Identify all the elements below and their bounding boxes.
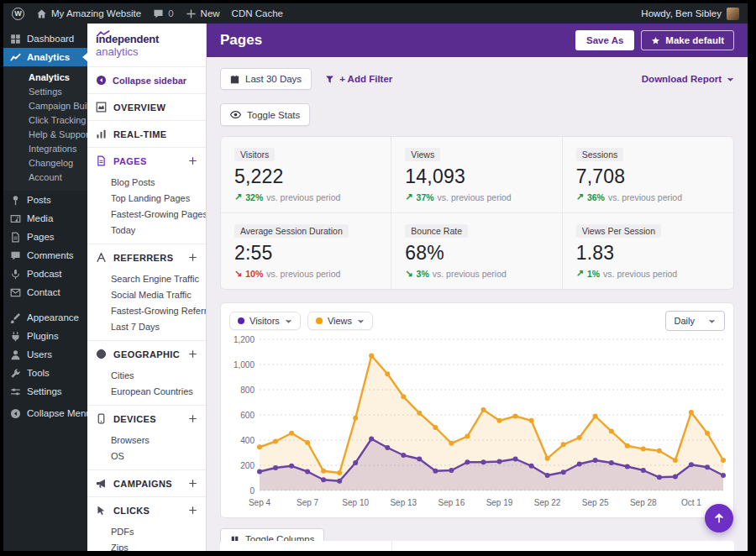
ia-link-top-landing-pages[interactable]: Top Landing Pages [87,190,206,206]
sidebar-item-users[interactable]: Users [3,345,87,364]
svg-text:1,200: 1,200 [234,335,255,344]
analytics-icon [10,52,21,63]
sidebar-item-analytics[interactable]: Analytics [3,48,87,66]
add-pages-icon[interactable] [188,156,197,165]
ia-link-today[interactable]: Today [87,222,206,238]
sidebar-item-media[interactable]: Media [3,209,87,228]
cursor-icon [96,505,107,516]
page-title: Pages [220,32,262,49]
sidebar-item-comments[interactable]: Comments [3,246,87,265]
ia-link-os[interactable]: OS [87,448,206,464]
collapse-circle-icon [96,75,107,86]
svg-text:200: 200 [240,461,255,470]
ia-section-overview[interactable]: OVERVIEW [87,94,206,120]
make-default-button[interactable]: Make default [641,30,734,50]
submenu-item-help-support[interactable]: Help & Support [3,127,87,141]
ia-section-real-time[interactable]: REAL-TIME [87,120,206,147]
ia-section-campaigns[interactable]: CAMPAIGNS [87,469,206,496]
svg-text:Sep 7: Sep 7 [297,498,319,507]
save-as-button[interactable]: Save As [575,30,634,50]
collapse-sidebar-button[interactable]: Collapse sidebar [87,67,206,94]
ia-nav-sections: OVERVIEWREAL-TIMEPAGESBlog PostsTop Land… [87,94,206,551]
site-name-link[interactable]: My Amazing Website [36,8,141,19]
wrench-icon [10,368,21,379]
sidebar-item-pages[interactable]: Pages [3,228,87,246]
ia-section-devices[interactable]: DEVICES [87,405,206,432]
stat-value: 14,093 [405,165,548,188]
stat-card-views-per-session: Views Per Session 1.83 ↗ 1% vs. previous… [563,213,733,289]
scroll-to-top-button[interactable] [705,504,733,532]
ia-sidebar: independent analytics Collapse sidebar O… [87,24,207,551]
sidebar-item-posts[interactable]: Posts [3,191,87,209]
main-content: Pages Save As Make default Last 30 Days … [207,24,748,551]
date-range-button[interactable]: Last 30 Days [220,68,312,90]
new-content-menu[interactable]: New [186,8,220,19]
add-filter-button[interactable]: + Add Filter [325,74,392,84]
add-referrers-icon[interactable] [188,253,197,262]
stat-value: 5,222 [234,165,377,188]
stat-card-sessions: Sessions 7,708 ↗ 36% vs. previous period [563,137,733,213]
add-campaigns-icon[interactable] [188,479,197,488]
svg-text:600: 600 [240,411,255,420]
traffic-line-chart[interactable]: 02004006008001,0001,200Sep 4Sep 7Sep 10S… [229,333,733,511]
ia-link-pdfs[interactable]: PDFs [87,523,206,539]
submenu-item-account[interactable]: Account [3,170,87,184]
toggle-stats-button[interactable]: Toggle Stats [220,103,310,126]
sidebar-item-dashboard[interactable]: Dashboard [3,29,87,48]
sidebar-item-plugins[interactable]: Plugins [3,327,87,345]
wordpress-menu[interactable]: W [12,8,24,20]
page-header: Pages Save As Make default [207,24,748,57]
submenu-item-campaign-builder[interactable]: Campaign Builder [3,98,87,113]
megaphone-icon [96,478,107,489]
submenu-item-analytics[interactable]: Analytics [3,70,87,84]
ia-link-cities[interactable]: Cities [87,367,206,383]
stat-value: 7,708 [576,165,720,188]
ia-link-last-7-days[interactable]: Last 7 Days [87,318,206,334]
ia-section-referrers[interactable]: REFERRERS [87,244,206,270]
wordpress-logo-icon: W [12,8,24,20]
ia-section-pages[interactable]: PAGES [87,147,206,174]
submenu-item-settings[interactable]: Settings [3,84,87,98]
download-report-dropdown[interactable]: Download Report [642,74,734,84]
legend-visitors-dropdown[interactable]: Visitors [229,312,301,330]
submenu-item-changelog[interactable]: Changelog [3,155,87,170]
arrow-up-icon [713,512,725,524]
account-menu[interactable]: Howdy, Ben Sibley [641,8,739,20]
comments-shortcut[interactable]: 0 [153,8,173,19]
legend-views-dropdown[interactable]: Views [307,312,373,330]
ia-link-fastest-growing-referrers[interactable]: Fastest-Growing Referrers [87,302,206,318]
ia-link-social-media-traffic[interactable]: Social Media Traffic [87,286,206,302]
collapse-menu-button[interactable]: Collapse Menu [3,404,87,422]
ia-link-zips[interactable]: Zips [87,539,206,551]
stat-card-visitors: Visitors 5,222 ↗ 32% vs. previous period [221,137,391,213]
stat-card-average-session-duration: Average Session Duration 2:55 ↘ 10% vs. … [221,213,391,289]
sidebar-item-appearance[interactable]: Appearance [3,308,87,327]
sidebar-item-contact[interactable]: Contact [3,283,87,302]
ia-link-fastest-growing-pages[interactable]: Fastest-Growing Pages [87,206,206,222]
interval-select[interactable]: Daily [665,311,725,331]
svg-text:Sep 28: Sep 28 [630,498,657,507]
add-geographic-icon[interactable] [188,349,197,359]
logo-zigzag-icon [97,29,110,39]
submenu-item-click-tracking[interactable]: Click Tracking [3,113,87,127]
ia-section-geographic[interactable]: GEOGRAPHIC [87,340,206,367]
sidebar-item-settings[interactable]: Settings [3,382,87,401]
sidebar-item-tools[interactable]: Tools [3,364,87,382]
cdn-cache-menu[interactable]: CDN Cache [232,8,283,18]
add-clicks-icon[interactable] [188,506,197,515]
pin-icon [10,195,21,206]
add-devices-icon[interactable] [188,414,197,423]
ia-link-browsers[interactable]: Browsers [87,432,206,448]
ia-link-search-engine-traffic[interactable]: Search Engine Traffic [87,270,206,286]
submenu-item-integrations[interactable]: Integrations [3,141,87,155]
svg-text:800: 800 [240,386,255,395]
ia-section-clicks[interactable]: CLICKS [87,496,206,523]
report-toolbar: Last 30 Days + Add Filter Download Repor… [207,57,748,100]
realtime-icon [96,129,107,139]
ia-link-blog-posts[interactable]: Blog Posts [87,174,206,190]
sliders-icon [10,386,21,397]
sidebar-item-podcast[interactable]: Podcast [3,265,87,283]
ia-logo: independent analytics [87,24,206,67]
stat-value: 1.83 [576,242,720,265]
ia-link-european-countries[interactable]: European Countries [87,383,206,399]
